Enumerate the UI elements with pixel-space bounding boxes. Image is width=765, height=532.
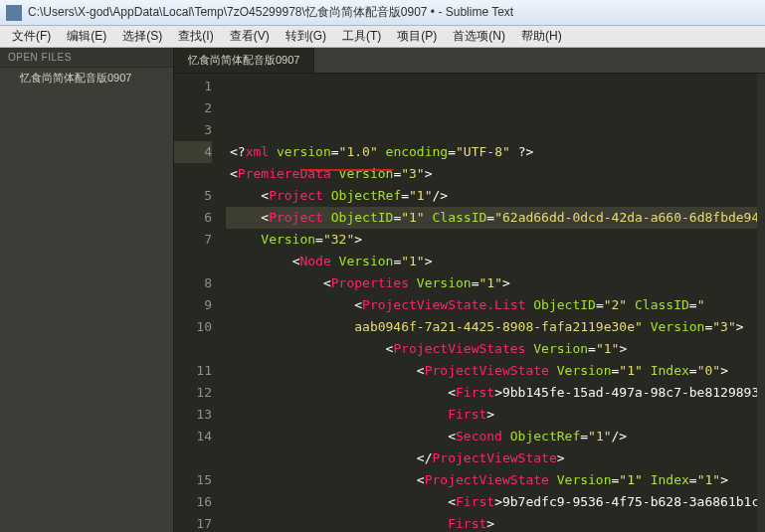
menu-item[interactable]: 工具(T) xyxy=(334,26,389,47)
line-number: 7 xyxy=(174,229,212,251)
line-number: 4 xyxy=(174,141,212,163)
code[interactable]: <?xml version="1.0" encoding="UTF-8" ?><… xyxy=(226,74,757,532)
menu-item[interactable]: 帮助(H) xyxy=(513,26,570,47)
code-line[interactable]: <Properties Version="1"> xyxy=(226,272,757,294)
menu-item[interactable]: 查找(I) xyxy=(170,26,221,47)
minimap[interactable] xyxy=(757,74,765,532)
line-number: 3 xyxy=(174,119,212,141)
code-line[interactable]: <ProjectViewState Version="1" Index="0"> xyxy=(226,360,757,382)
titlebar: C:\Users\X-god\AppData\Local\Temp\7zO452… xyxy=(0,0,765,26)
line-number: 8 xyxy=(174,272,212,294)
line-number: 10 xyxy=(174,316,212,338)
line-number xyxy=(174,447,212,469)
line-number: 12 xyxy=(174,382,212,404)
code-line[interactable]: <ProjectViewState.List ObjectID="2" Clas… xyxy=(226,294,757,316)
code-line[interactable]: <First>9b7edfc9-9536-4f75-b628-3a6861b1c… xyxy=(226,491,757,513)
line-number: 5 xyxy=(174,185,212,207)
code-line[interactable]: aab0946f-7a21-4425-8908-fafa2119e30e" Ve… xyxy=(226,316,757,338)
code-line[interactable]: <?xml version="1.0" encoding="UTF-8" ?> xyxy=(226,141,757,163)
code-line[interactable]: Version="32"> xyxy=(226,229,757,251)
code-line[interactable]: <Project ObjectRef="1"/> xyxy=(226,185,757,207)
code-line[interactable]: <Project ObjectID="1" ClassID="62ad66dd-… xyxy=(226,207,757,229)
open-file-item[interactable]: 忆食尚简体配音版0907 xyxy=(0,68,173,89)
line-number xyxy=(174,251,212,272)
code-line[interactable]: First> xyxy=(226,404,757,426)
app-icon xyxy=(6,5,22,21)
annotation-underline xyxy=(303,169,393,171)
menu-item[interactable]: 转到(G) xyxy=(278,26,334,47)
line-number: 6 xyxy=(174,207,212,229)
menu-item[interactable]: 文件(F) xyxy=(4,26,59,47)
line-number: 11 xyxy=(174,360,212,382)
code-line[interactable]: <Second ObjectRef="1"/> xyxy=(226,426,757,447)
code-area[interactable]: 1234567891011121314151617181920 <?xml ve… xyxy=(174,74,765,532)
code-line[interactable]: <PremiereData Version="3"> xyxy=(226,163,757,185)
sidebar: OPEN FILES 忆食尚简体配音版0907 xyxy=(0,48,174,532)
line-number: 9 xyxy=(174,294,212,316)
line-number: 17 xyxy=(174,513,212,532)
menubar: 文件(F)编辑(E)选择(S)查找(I)查看(V)转到(G)工具(T)项目(P)… xyxy=(0,26,765,48)
menu-item[interactable]: 项目(P) xyxy=(389,26,445,47)
line-number xyxy=(174,163,212,185)
gutter: 1234567891011121314151617181920 xyxy=(174,74,226,532)
code-line[interactable]: <First>9bb145fe-15ad-497a-98c7-be8129893… xyxy=(226,382,757,404)
window-title: C:\Users\X-god\AppData\Local\Temp\7zO452… xyxy=(28,4,513,21)
code-line[interactable]: <Node Version="1"> xyxy=(226,251,757,272)
line-number: 13 xyxy=(174,404,212,426)
tabs: 忆食尚简体配音版0907 xyxy=(174,48,765,74)
workspace: OPEN FILES 忆食尚简体配音版0907 忆食尚简体配音版0907 123… xyxy=(0,48,765,532)
line-number: 14 xyxy=(174,426,212,447)
code-line[interactable]: <ProjectViewStates Version="1"> xyxy=(226,338,757,360)
code-line[interactable]: First> xyxy=(226,513,757,532)
code-line[interactable]: </ProjectViewState> xyxy=(226,447,757,469)
menu-item[interactable]: 查看(V) xyxy=(222,26,278,47)
line-number xyxy=(174,338,212,360)
menu-item[interactable]: 选择(S) xyxy=(114,26,170,47)
tab[interactable]: 忆食尚简体配音版0907 xyxy=(174,48,314,73)
line-number: 2 xyxy=(174,97,212,119)
open-files-header: OPEN FILES xyxy=(0,48,173,68)
line-number: 15 xyxy=(174,469,212,491)
line-number: 1 xyxy=(174,76,212,97)
menu-item[interactable]: 首选项(N) xyxy=(445,26,513,47)
line-number: 16 xyxy=(174,491,212,513)
menu-item[interactable]: 编辑(E) xyxy=(59,26,114,47)
code-line[interactable]: <ProjectViewState Version="1" Index="1"> xyxy=(226,469,757,491)
editor-area: 忆食尚简体配音版0907 123456789101112131415161718… xyxy=(174,48,765,532)
